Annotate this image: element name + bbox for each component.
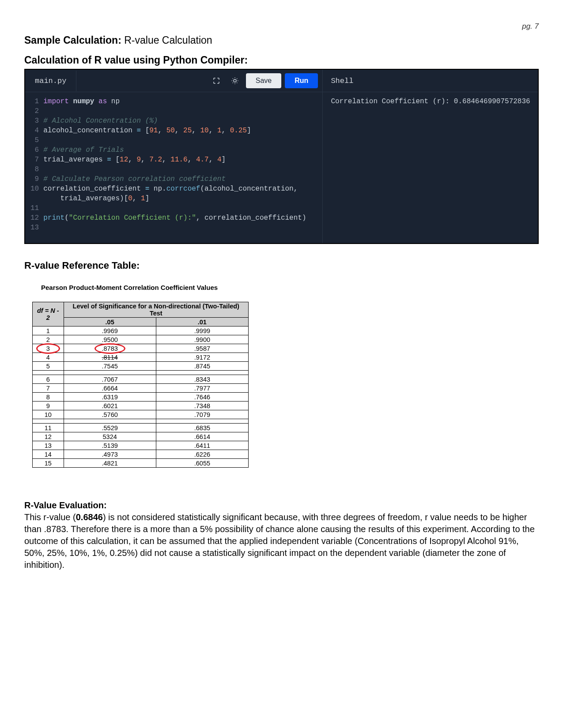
table-row: 8.6319.7646: [33, 393, 249, 402]
reference-table-container: df = N - 2 Level of Significance for a N…: [32, 302, 249, 469]
table-row: 5.7545.8745: [33, 362, 249, 371]
section-reference-heading: R-value Reference Table:: [24, 260, 539, 271]
table-header-top: Level of Significance for a Non-directio…: [64, 302, 248, 318]
line-gutter: 1 2 3 4 5 6 7 8 9 10 11 12 13: [25, 97, 43, 233]
ide-body: 1 2 3 4 5 6 7 8 9 10 11 12 13 import num…: [25, 92, 538, 243]
svg-point-0: [234, 79, 236, 82]
table-row: 13.5139.6411: [33, 441, 249, 450]
table-row: 6.7067.8343: [33, 375, 249, 384]
ide-actions: Save Run: [204, 70, 323, 92]
table-row: 3.8783.9587: [33, 344, 249, 353]
ide-toolbar-left: main.py Save Run: [25, 70, 322, 92]
table-header-df: df = N - 2: [33, 302, 64, 326]
table-row: 15.4821.6055: [33, 459, 249, 468]
table-row: 10.5760.7079: [33, 410, 249, 419]
evaluation-body: This r-value (0.6846) is not considered …: [24, 511, 539, 571]
ide-toolbar: main.py Save Run Shell: [25, 70, 538, 92]
code-editor[interactable]: 1 2 3 4 5 6 7 8 9 10 11 12 13 import num…: [25, 92, 322, 243]
table-row: 1.9969.9999: [33, 326, 249, 335]
table-row: 2.9500.9900: [33, 335, 249, 344]
shell-label: Shell: [331, 77, 353, 85]
run-button[interactable]: Run: [285, 73, 318, 88]
table-header-01: .01: [156, 318, 248, 326]
reference-table-title: Pearson Product-Moment Correlation Coeff…: [41, 284, 539, 291]
table-row: 4.8114.9172: [33, 353, 249, 362]
code-content: import numpy as np # Alcohol Concentrati…: [43, 97, 306, 223]
section-calculation-heading: Calculation of R value using Python Comp…: [24, 54, 539, 66]
fullscreen-icon[interactable]: [209, 73, 224, 88]
table-gap: [33, 371, 249, 375]
table-row: 14.4973.6226: [33, 450, 249, 459]
page-title-bold: Sample Calculation:: [24, 34, 121, 46]
table-header-05: .05: [64, 318, 156, 326]
table-row: 125324.6614: [33, 432, 249, 441]
table-row: 9.6021.7348: [33, 402, 249, 410]
page-number: pg. 7: [24, 22, 539, 31]
table-row: 7.6664.7977: [33, 384, 249, 393]
evaluation-heading: R-Value Evaluation:: [24, 500, 539, 510]
page-title-rest: R-value Calculation: [121, 34, 212, 46]
table-row: 11.5529.6835: [33, 424, 249, 432]
theme-icon[interactable]: [227, 73, 242, 88]
page-title: Sample Calculation: R-value Calculation: [24, 34, 539, 46]
ide-screenshot: main.py Save Run Shell 1 2 3 4 5 6 7 8 9…: [24, 69, 539, 244]
ide-toolbar-right: Shell: [322, 70, 538, 92]
save-button[interactable]: Save: [246, 73, 281, 88]
reference-table: df = N - 2 Level of Significance for a N…: [32, 302, 249, 468]
file-tab[interactable]: main.py: [25, 71, 76, 91]
table-gap: [33, 419, 249, 424]
shell-output: Correlation Coefficient (r): 0.684646990…: [322, 92, 538, 243]
